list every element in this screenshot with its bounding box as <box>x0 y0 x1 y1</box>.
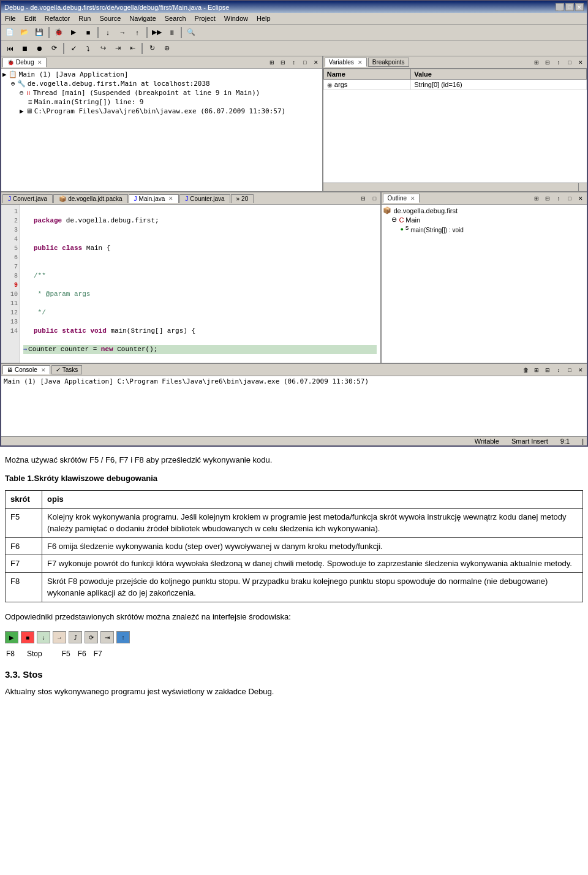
tree-javaw-icon: 🖥 <box>26 107 32 115</box>
tree-item-label: Main (1) [Java Application] <box>19 70 129 78</box>
tab-counter-java[interactable]: J Counter.java <box>179 194 230 203</box>
console-btn1[interactable]: ⊞ <box>532 365 541 375</box>
convert-java-icon: J <box>8 195 11 202</box>
debug-btn2[interactable]: ⏹ <box>18 42 31 55</box>
minimize-button[interactable]: _ <box>556 3 564 11</box>
toolbar-step-over[interactable]: → <box>116 26 129 39</box>
debug-btn8[interactable]: ⇥ <box>111 42 124 55</box>
variables-hscroll[interactable] <box>323 183 587 191</box>
toolbar-suspend[interactable]: ⏸ <box>165 26 178 39</box>
toolbar-stop[interactable]: ■ <box>81 26 95 39</box>
menu-search[interactable]: Search <box>163 14 188 23</box>
outline-btn4[interactable]: □ <box>565 194 575 203</box>
debug-btn5[interactable]: ↙ <box>67 42 80 55</box>
menu-edit[interactable]: Edit <box>23 14 38 23</box>
status-position: 9:1 <box>560 438 570 445</box>
menu-run[interactable]: Run <box>77 14 92 23</box>
tab-more[interactable]: »20 <box>231 194 254 203</box>
tab-convert-java[interactable]: J Convert.java <box>2 194 53 203</box>
debug-btn1[interactable]: ⏮ <box>3 42 17 55</box>
outline-btn5[interactable]: ✕ <box>576 194 586 203</box>
debug-panel-btn2[interactable]: ⊟ <box>278 58 288 67</box>
outline-tab-close[interactable]: ✕ <box>410 195 415 202</box>
section-stos-text: Aktualny stos wykonywanego programu jest… <box>5 686 583 698</box>
tree-item-main-method[interactable]: ≡ Main.main(String[]) line: 9 <box>28 97 321 107</box>
toolbar-debug[interactable]: 🐞 <box>52 26 66 39</box>
debug-btn7[interactable]: ↪ <box>96 42 110 55</box>
tab-breakpoints[interactable]: Breakpoints <box>368 58 409 67</box>
vars-row-args[interactable]: ◉ args String[0] (id=16) <box>323 80 586 90</box>
tab-tasks[interactable]: ✓ Tasks <box>51 365 83 374</box>
console-btn2[interactable]: ⊟ <box>543 365 552 375</box>
toolbar-save[interactable]: 💾 <box>32 26 46 39</box>
debug-panel-btn4[interactable]: □ <box>300 58 310 67</box>
toolbar-search[interactable]: 🔍 <box>184 26 198 39</box>
menu-navigate[interactable]: Navigate <box>127 14 157 23</box>
vars-btn1[interactable]: ⊞ <box>532 58 541 67</box>
toolbar-step-into[interactable]: ↓ <box>101 26 115 39</box>
console-btn-clear[interactable]: 🗑 <box>521 365 530 375</box>
debug-panel-btn3[interactable]: ↕ <box>289 58 299 67</box>
toolbar-step-return[interactable]: ↑ <box>130 26 144 39</box>
code-line-1: package de.vogella.debug.first; <box>23 216 377 225</box>
vars-btn4[interactable]: □ <box>565 58 575 67</box>
outline-item-package[interactable]: 📦 de.vogella.debug.first <box>383 206 586 215</box>
vars-value-args: String[0] (id=16) <box>411 80 587 90</box>
menu-file[interactable]: File <box>3 14 18 23</box>
debug-btn11[interactable]: ⊕ <box>160 42 173 55</box>
menu-help[interactable]: Help <box>255 14 273 23</box>
toolbar-new[interactable]: 📄 <box>3 26 17 39</box>
vars-btn3[interactable]: ↕ <box>554 58 564 67</box>
tree-item-main[interactable]: ▶ 📋 Main (1) [Java Application] <box>2 70 321 79</box>
debug-btn9[interactable]: ⇤ <box>126 42 139 55</box>
code-editor[interactable]: package de.vogella.debug.first; public c… <box>20 205 380 363</box>
outline-btn1[interactable]: ⊞ <box>532 194 541 203</box>
key-f6: F6 <box>6 537 42 555</box>
debug-panel-btn1[interactable]: ⊞ <box>267 58 277 67</box>
menu-window[interactable]: Window <box>222 14 250 23</box>
article-content: Można używać skrótów F5 / F6, F7 i F8 ab… <box>0 447 588 711</box>
variables-tab-close[interactable]: ✕ <box>358 59 363 66</box>
desc-f8: Skrót F8 powoduje przejście do koljnego … <box>42 572 583 602</box>
tab-outline[interactable]: Outline ✕ <box>383 194 420 203</box>
console-tab-close[interactable]: ✕ <box>41 367 46 373</box>
outline-item-class[interactable]: ⊖ C Main <box>391 215 586 224</box>
debug-panel-btn5[interactable]: ✕ <box>311 58 321 67</box>
editor-btn2[interactable]: □ <box>369 194 379 203</box>
menu-project[interactable]: Project <box>193 14 217 23</box>
tab-console[interactable]: 🖥 Console ✕ <box>2 365 50 374</box>
outline-btn3[interactable]: ↕ <box>554 194 564 203</box>
tree-item-de[interactable]: ⊖ 🔧 de.vogella.debug.first.Main at local… <box>11 79 321 88</box>
menu-refactor[interactable]: Refactor <box>43 14 72 23</box>
main-tab-close[interactable]: ✕ <box>168 195 173 202</box>
toolbar-resume[interactable]: ▶▶ <box>150 26 164 39</box>
console-btn5[interactable]: ✕ <box>576 365 586 375</box>
tab-main-java[interactable]: J Main.java ✕ <box>129 194 179 203</box>
tab-package[interactable]: 📦 de.vogella.jdt.packa <box>53 194 127 203</box>
console-btn3[interactable]: ↕ <box>554 365 564 375</box>
tree-item-javaw[interactable]: ▶ 🖥 C:\Program Files\Java\jre6\bin\javaw… <box>20 107 321 116</box>
menu-source[interactable]: Source <box>97 14 123 23</box>
close-button[interactable]: ✕ <box>575 3 584 11</box>
maximize-button[interactable]: □ <box>565 3 574 11</box>
debug-btn4[interactable]: ⟳ <box>47 42 61 55</box>
console-btn4[interactable]: □ <box>565 365 575 375</box>
vars-btn2[interactable]: ⊟ <box>543 58 552 67</box>
outline-item-method[interactable]: ● S main(String[]) : void <box>400 224 586 234</box>
console-tab-bar: 🖥 Console ✕ ✓ Tasks 🗑 ⊞ ⊟ ↕ □ ✕ <box>1 364 587 376</box>
outline-btn2[interactable]: ⊟ <box>543 194 552 203</box>
editor-btn1[interactable]: ⊟ <box>358 194 368 203</box>
tree-item-thread[interactable]: ⊖ ⏸ Thread [main] (Suspended (breakpoint… <box>20 88 321 97</box>
debug-btn6[interactable]: ⤵ <box>81 42 95 55</box>
console-icon: 🖥 <box>7 366 13 373</box>
icon-labels-row: F8 Stop F5 F6 F7 <box>6 648 583 659</box>
vars-btn5[interactable]: ✕ <box>576 58 586 67</box>
toolbar-open[interactable]: 📂 <box>18 26 31 39</box>
debug-tab-close[interactable]: ✕ <box>37 59 42 66</box>
debug-btn10[interactable]: ↻ <box>145 42 159 55</box>
toolbar-run[interactable]: ▶ <box>67 26 80 39</box>
tab-variables[interactable]: Variables ✕ <box>325 58 367 67</box>
debug-btn3[interactable]: ⏺ <box>32 42 46 55</box>
key-f7: F7 <box>6 555 42 573</box>
tab-debug[interactable]: 🐞 Debug ✕ <box>2 58 47 67</box>
